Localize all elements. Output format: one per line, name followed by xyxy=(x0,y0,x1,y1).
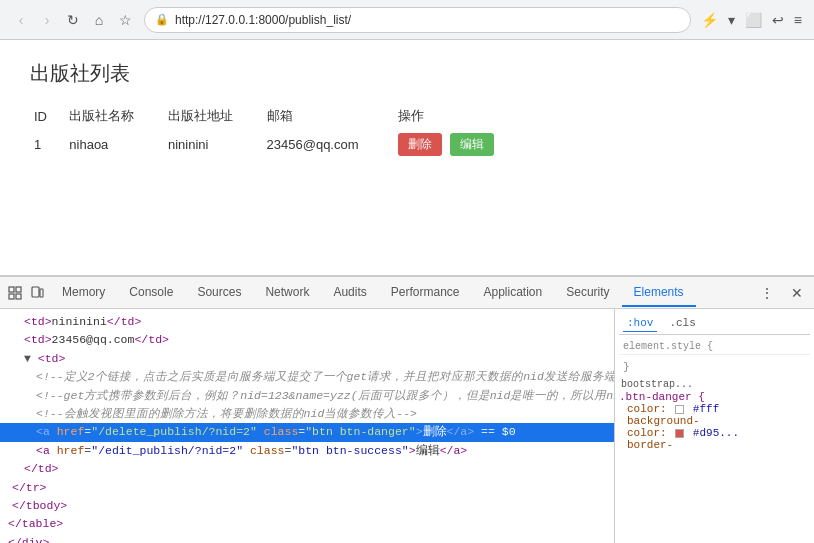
svg-rect-5 xyxy=(40,289,43,297)
tab-console[interactable]: Console xyxy=(117,279,185,307)
close-devtools-button[interactable]: ✕ xyxy=(786,282,808,304)
prop-color-val: #fff xyxy=(693,403,719,415)
devtools-tab-icons: ⋮ ✕ xyxy=(756,282,808,304)
devtools-body: <td>nininini</td> <td>23456@qq.com</td> … xyxy=(0,309,814,543)
svg-rect-4 xyxy=(32,287,39,297)
tab-performance[interactable]: Performance xyxy=(379,279,472,307)
tab-application[interactable]: Application xyxy=(471,279,554,307)
styles-panel: :hov .cls element.style { } bootstrap...… xyxy=(614,309,814,543)
col-email: 邮箱 xyxy=(263,103,394,129)
tab-memory[interactable]: Memory xyxy=(50,279,117,307)
col-actions: 操作 xyxy=(394,103,530,129)
code-line-6: <!--会触发视图里面的删除方法，将要删除数据的nid当做参数传入--> xyxy=(0,405,614,423)
star-button[interactable]: ☆ xyxy=(114,9,136,31)
code-line-3: ▼ <td> xyxy=(0,350,614,368)
page-title: 出版社列表 xyxy=(30,60,784,87)
bootstrap-source: bootstrap... xyxy=(619,379,810,391)
table-row: 1 nihaoa nininini 23456@qq.com 删除 编辑 xyxy=(30,129,530,160)
tab-elements[interactable]: Elements xyxy=(622,279,696,307)
code-line-1: <td>nininini</td> xyxy=(0,313,614,331)
devtools-panel: Memory Console Sources Network Audits Pe… xyxy=(0,275,814,543)
code-line-7-highlighted[interactable]: <a href="/delete_publish/?nid=2" class="… xyxy=(0,423,614,441)
svg-rect-3 xyxy=(16,294,21,299)
elements-panel[interactable]: <td>nininini</td> <td>23456@qq.com</td> … xyxy=(0,309,614,543)
style-tab-cls[interactable]: .cls xyxy=(665,315,699,332)
table-header-row: ID 出版社名称 出版社地址 邮箱 操作 xyxy=(30,103,530,129)
code-line-13: </div> xyxy=(0,534,614,543)
ssl-icon: 🔒 xyxy=(155,13,169,26)
back-page-icon[interactable]: ↩ xyxy=(770,10,786,30)
code-line-2: <td>23456@qq.com</td> xyxy=(0,331,614,349)
code-line-5: <!--get方式携带参数到后台，例如？nid=123&name=yzz(后面可… xyxy=(0,387,614,405)
style-prop-color: color: #fff xyxy=(619,403,810,415)
refresh-button[interactable]: ↻ xyxy=(62,9,84,31)
devtools-tabs: Memory Console Sources Network Audits Pe… xyxy=(0,277,814,309)
cast-icon[interactable]: ⚡ xyxy=(699,10,720,30)
code-line-9: </td> xyxy=(0,460,614,478)
col-address: 出版社地址 xyxy=(164,103,263,129)
tab-security[interactable]: Security xyxy=(554,279,621,307)
dropdown-icon[interactable]: ▾ xyxy=(726,10,737,30)
publisher-table: ID 出版社名称 出版社地址 邮箱 操作 1 nihaoa nininini 2… xyxy=(30,103,530,160)
device-icon[interactable] xyxy=(28,284,46,302)
cell-email: 23456@qq.com xyxy=(263,129,394,160)
forward-button[interactable]: › xyxy=(36,9,58,31)
color-swatch-white[interactable] xyxy=(675,405,684,414)
cell-address: nininini xyxy=(164,129,263,160)
cell-name: nihaoa xyxy=(65,129,164,160)
code-line-4: <!--定义2个链接，点击之后实质是向服务端又提交了一个get请求，并且把对应那… xyxy=(0,368,614,386)
style-tab-hov[interactable]: :hov xyxy=(623,315,657,332)
prop-border-name: border- xyxy=(627,439,673,451)
url-text: http://127.0.0.1:8000/publish_list/ xyxy=(175,13,351,27)
tab-audits[interactable]: Audits xyxy=(321,279,378,307)
code-line-10: </tr> xyxy=(0,479,614,497)
more-tabs-button[interactable]: ⋮ xyxy=(756,282,778,304)
home-button[interactable]: ⌂ xyxy=(88,9,110,31)
prop-bg-val: #d95... xyxy=(693,427,739,439)
style-prop-border: border- xyxy=(619,439,810,451)
delete-button[interactable]: 删除 xyxy=(398,133,442,156)
styles-tabs: :hov .cls xyxy=(619,313,810,335)
toolbar-icons: ⚡ ▾ ⬜ ↩ ≡ xyxy=(699,10,804,30)
address-bar[interactable]: 🔒 http://127.0.0.1:8000/publish_list/ xyxy=(144,7,691,33)
element-style-close: } xyxy=(619,359,810,379)
prop-color-name: color: xyxy=(627,403,667,415)
cell-actions: 删除 编辑 xyxy=(394,129,530,160)
browser-chrome: ‹ › ↻ ⌂ ☆ 🔒 http://127.0.0.1:8000/publis… xyxy=(0,0,814,40)
back-button[interactable]: ‹ xyxy=(10,9,32,31)
color-swatch-red[interactable] xyxy=(675,429,684,438)
prop-bg-swatch-wrap: #d95... xyxy=(675,427,739,439)
style-rule-1: bootstrap... .btn-danger { color: #fff b… xyxy=(619,379,810,451)
svg-rect-0 xyxy=(9,287,14,292)
style-filter: element.style { xyxy=(619,339,810,355)
tab-network[interactable]: Network xyxy=(253,279,321,307)
page-content: 出版社列表 ID 出版社名称 出版社地址 邮箱 操作 1 nihaoa nini… xyxy=(0,40,814,275)
col-id: ID xyxy=(30,103,65,129)
svg-rect-2 xyxy=(9,294,14,299)
style-selector: .btn-danger { xyxy=(619,391,810,403)
svg-rect-1 xyxy=(16,287,21,292)
inspect-icon[interactable] xyxy=(6,284,24,302)
edit-button[interactable]: 编辑 xyxy=(450,133,494,156)
cell-id: 1 xyxy=(30,129,65,160)
col-name: 出版社名称 xyxy=(65,103,164,129)
menu-icon[interactable]: ≡ xyxy=(792,10,804,30)
prop-color-swatch-wrap: #fff xyxy=(675,403,719,415)
nav-buttons: ‹ › ↻ ⌂ ☆ xyxy=(10,9,136,31)
code-line-8: <a href="/edit_publish/?nid=2" class="bt… xyxy=(0,442,614,460)
style-prop-bg: background-color: #d95... xyxy=(619,415,810,439)
window-icon[interactable]: ⬜ xyxy=(743,10,764,30)
devtools-left-toolbar xyxy=(6,284,46,302)
tab-sources[interactable]: Sources xyxy=(185,279,253,307)
code-line-12: </table> xyxy=(0,515,614,533)
code-line-11: </tbody> xyxy=(0,497,614,515)
